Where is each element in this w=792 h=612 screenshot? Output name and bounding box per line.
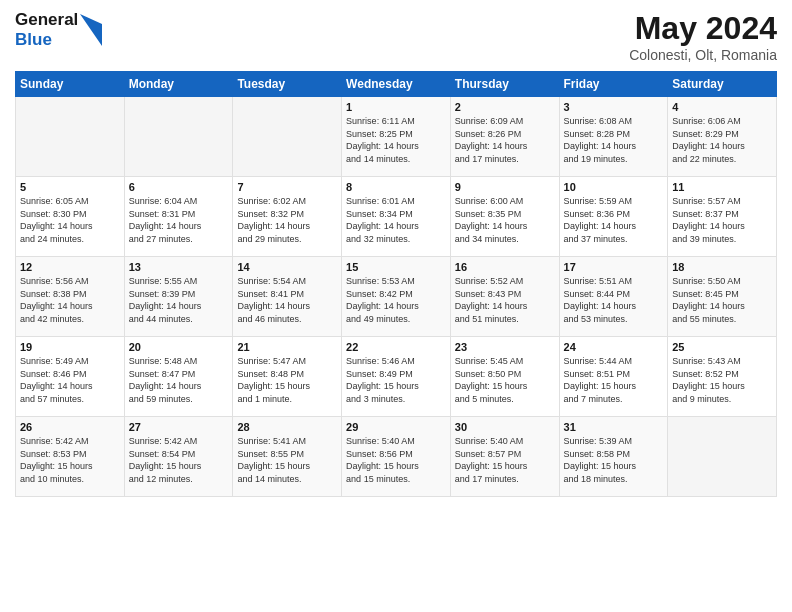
day-header-sunday: Sunday bbox=[16, 72, 125, 97]
calendar-cell: 23Sunrise: 5:45 AM Sunset: 8:50 PM Dayli… bbox=[450, 337, 559, 417]
day-header-monday: Monday bbox=[124, 72, 233, 97]
day-info: Sunrise: 5:59 AM Sunset: 8:36 PM Dayligh… bbox=[564, 195, 664, 245]
day-info: Sunrise: 5:41 AM Sunset: 8:55 PM Dayligh… bbox=[237, 435, 337, 485]
calendar-cell: 12Sunrise: 5:56 AM Sunset: 8:38 PM Dayli… bbox=[16, 257, 125, 337]
title-block: May 2024 Colonesti, Olt, Romania bbox=[629, 10, 777, 63]
day-info: Sunrise: 5:57 AM Sunset: 8:37 PM Dayligh… bbox=[672, 195, 772, 245]
calendar-cell: 16Sunrise: 5:52 AM Sunset: 8:43 PM Dayli… bbox=[450, 257, 559, 337]
calendar-cell: 24Sunrise: 5:44 AM Sunset: 8:51 PM Dayli… bbox=[559, 337, 668, 417]
day-number: 22 bbox=[346, 341, 446, 353]
day-number: 29 bbox=[346, 421, 446, 433]
day-info: Sunrise: 6:04 AM Sunset: 8:31 PM Dayligh… bbox=[129, 195, 229, 245]
calendar-cell: 5Sunrise: 6:05 AM Sunset: 8:30 PM Daylig… bbox=[16, 177, 125, 257]
calendar-cell: 25Sunrise: 5:43 AM Sunset: 8:52 PM Dayli… bbox=[668, 337, 777, 417]
day-info: Sunrise: 6:02 AM Sunset: 8:32 PM Dayligh… bbox=[237, 195, 337, 245]
day-info: Sunrise: 5:42 AM Sunset: 8:53 PM Dayligh… bbox=[20, 435, 120, 485]
calendar-cell: 8Sunrise: 6:01 AM Sunset: 8:34 PM Daylig… bbox=[342, 177, 451, 257]
day-info: Sunrise: 5:56 AM Sunset: 8:38 PM Dayligh… bbox=[20, 275, 120, 325]
calendar-cell: 27Sunrise: 5:42 AM Sunset: 8:54 PM Dayli… bbox=[124, 417, 233, 497]
day-number: 18 bbox=[672, 261, 772, 273]
day-number: 4 bbox=[672, 101, 772, 113]
day-info: Sunrise: 5:43 AM Sunset: 8:52 PM Dayligh… bbox=[672, 355, 772, 405]
week-row-2: 5Sunrise: 6:05 AM Sunset: 8:30 PM Daylig… bbox=[16, 177, 777, 257]
svg-marker-0 bbox=[80, 14, 102, 46]
day-info: Sunrise: 6:01 AM Sunset: 8:34 PM Dayligh… bbox=[346, 195, 446, 245]
day-info: Sunrise: 5:55 AM Sunset: 8:39 PM Dayligh… bbox=[129, 275, 229, 325]
calendar-cell: 22Sunrise: 5:46 AM Sunset: 8:49 PM Dayli… bbox=[342, 337, 451, 417]
day-number: 5 bbox=[20, 181, 120, 193]
calendar-cell: 10Sunrise: 5:59 AM Sunset: 8:36 PM Dayli… bbox=[559, 177, 668, 257]
day-number: 13 bbox=[129, 261, 229, 273]
day-number: 15 bbox=[346, 261, 446, 273]
day-header-wednesday: Wednesday bbox=[342, 72, 451, 97]
calendar-cell: 18Sunrise: 5:50 AM Sunset: 8:45 PM Dayli… bbox=[668, 257, 777, 337]
day-info: Sunrise: 5:46 AM Sunset: 8:49 PM Dayligh… bbox=[346, 355, 446, 405]
calendar-cell: 13Sunrise: 5:55 AM Sunset: 8:39 PM Dayli… bbox=[124, 257, 233, 337]
day-info: Sunrise: 5:49 AM Sunset: 8:46 PM Dayligh… bbox=[20, 355, 120, 405]
week-row-3: 12Sunrise: 5:56 AM Sunset: 8:38 PM Dayli… bbox=[16, 257, 777, 337]
calendar-cell: 26Sunrise: 5:42 AM Sunset: 8:53 PM Dayli… bbox=[16, 417, 125, 497]
logo-icon bbox=[80, 14, 102, 46]
day-number: 25 bbox=[672, 341, 772, 353]
day-info: Sunrise: 5:53 AM Sunset: 8:42 PM Dayligh… bbox=[346, 275, 446, 325]
day-number: 6 bbox=[129, 181, 229, 193]
day-info: Sunrise: 5:52 AM Sunset: 8:43 PM Dayligh… bbox=[455, 275, 555, 325]
calendar-cell bbox=[233, 97, 342, 177]
day-header-saturday: Saturday bbox=[668, 72, 777, 97]
day-number: 19 bbox=[20, 341, 120, 353]
calendar-cell: 11Sunrise: 5:57 AM Sunset: 8:37 PM Dayli… bbox=[668, 177, 777, 257]
day-number: 12 bbox=[20, 261, 120, 273]
day-number: 7 bbox=[237, 181, 337, 193]
day-info: Sunrise: 6:06 AM Sunset: 8:29 PM Dayligh… bbox=[672, 115, 772, 165]
calendar-table: SundayMondayTuesdayWednesdayThursdayFrid… bbox=[15, 71, 777, 497]
day-number: 26 bbox=[20, 421, 120, 433]
week-row-4: 19Sunrise: 5:49 AM Sunset: 8:46 PM Dayli… bbox=[16, 337, 777, 417]
day-number: 27 bbox=[129, 421, 229, 433]
day-info: Sunrise: 6:11 AM Sunset: 8:25 PM Dayligh… bbox=[346, 115, 446, 165]
calendar-cell bbox=[124, 97, 233, 177]
calendar-cell: 9Sunrise: 6:00 AM Sunset: 8:35 PM Daylig… bbox=[450, 177, 559, 257]
day-info: Sunrise: 5:45 AM Sunset: 8:50 PM Dayligh… bbox=[455, 355, 555, 405]
calendar-cell: 17Sunrise: 5:51 AM Sunset: 8:44 PM Dayli… bbox=[559, 257, 668, 337]
day-info: Sunrise: 6:05 AM Sunset: 8:30 PM Dayligh… bbox=[20, 195, 120, 245]
day-number: 14 bbox=[237, 261, 337, 273]
calendar-cell: 31Sunrise: 5:39 AM Sunset: 8:58 PM Dayli… bbox=[559, 417, 668, 497]
day-info: Sunrise: 6:00 AM Sunset: 8:35 PM Dayligh… bbox=[455, 195, 555, 245]
logo-general: General bbox=[15, 10, 78, 30]
header-row: SundayMondayTuesdayWednesdayThursdayFrid… bbox=[16, 72, 777, 97]
day-number: 21 bbox=[237, 341, 337, 353]
day-number: 23 bbox=[455, 341, 555, 353]
calendar-cell: 2Sunrise: 6:09 AM Sunset: 8:26 PM Daylig… bbox=[450, 97, 559, 177]
day-info: Sunrise: 5:39 AM Sunset: 8:58 PM Dayligh… bbox=[564, 435, 664, 485]
calendar-cell bbox=[668, 417, 777, 497]
day-header-tuesday: Tuesday bbox=[233, 72, 342, 97]
calendar-cell bbox=[16, 97, 125, 177]
header: General Blue May 2024 Colonesti, Olt, Ro… bbox=[15, 10, 777, 63]
day-number: 3 bbox=[564, 101, 664, 113]
calendar-cell: 6Sunrise: 6:04 AM Sunset: 8:31 PM Daylig… bbox=[124, 177, 233, 257]
day-info: Sunrise: 5:47 AM Sunset: 8:48 PM Dayligh… bbox=[237, 355, 337, 405]
page: General Blue May 2024 Colonesti, Olt, Ro… bbox=[0, 0, 792, 612]
day-info: Sunrise: 6:08 AM Sunset: 8:28 PM Dayligh… bbox=[564, 115, 664, 165]
day-number: 10 bbox=[564, 181, 664, 193]
day-number: 2 bbox=[455, 101, 555, 113]
day-number: 11 bbox=[672, 181, 772, 193]
day-info: Sunrise: 5:44 AM Sunset: 8:51 PM Dayligh… bbox=[564, 355, 664, 405]
calendar-cell: 1Sunrise: 6:11 AM Sunset: 8:25 PM Daylig… bbox=[342, 97, 451, 177]
day-info: Sunrise: 5:48 AM Sunset: 8:47 PM Dayligh… bbox=[129, 355, 229, 405]
calendar-cell: 29Sunrise: 5:40 AM Sunset: 8:56 PM Dayli… bbox=[342, 417, 451, 497]
day-number: 24 bbox=[564, 341, 664, 353]
day-number: 1 bbox=[346, 101, 446, 113]
main-title: May 2024 bbox=[629, 10, 777, 47]
day-info: Sunrise: 5:40 AM Sunset: 8:56 PM Dayligh… bbox=[346, 435, 446, 485]
subtitle: Colonesti, Olt, Romania bbox=[629, 47, 777, 63]
day-info: Sunrise: 5:50 AM Sunset: 8:45 PM Dayligh… bbox=[672, 275, 772, 325]
calendar-cell: 19Sunrise: 5:49 AM Sunset: 8:46 PM Dayli… bbox=[16, 337, 125, 417]
day-number: 31 bbox=[564, 421, 664, 433]
day-number: 9 bbox=[455, 181, 555, 193]
day-info: Sunrise: 5:42 AM Sunset: 8:54 PM Dayligh… bbox=[129, 435, 229, 485]
calendar-cell: 3Sunrise: 6:08 AM Sunset: 8:28 PM Daylig… bbox=[559, 97, 668, 177]
calendar-cell: 7Sunrise: 6:02 AM Sunset: 8:32 PM Daylig… bbox=[233, 177, 342, 257]
calendar-cell: 4Sunrise: 6:06 AM Sunset: 8:29 PM Daylig… bbox=[668, 97, 777, 177]
day-info: Sunrise: 6:09 AM Sunset: 8:26 PM Dayligh… bbox=[455, 115, 555, 165]
